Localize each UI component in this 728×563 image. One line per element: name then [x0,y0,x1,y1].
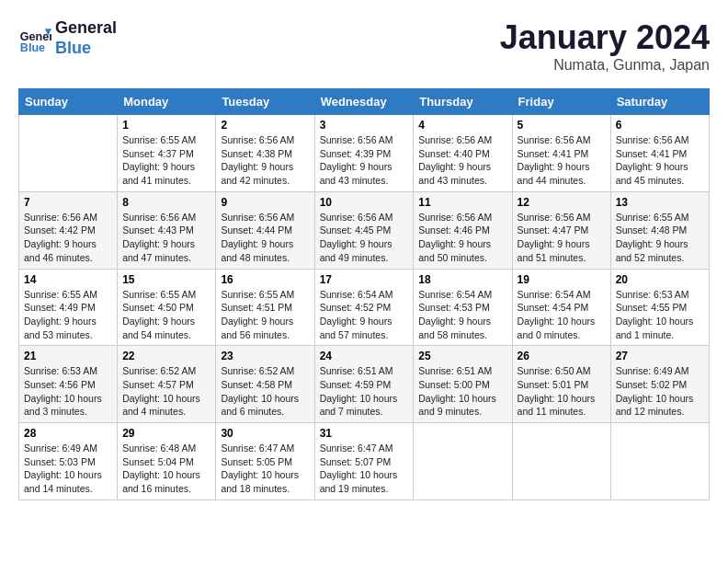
cell-content-line: Sunset: 4:53 PM [418,301,506,315]
calendar-cell [414,423,512,500]
cell-content-line: and 4 minutes. [122,405,210,419]
day-number: 30 [221,427,309,440]
day-number: 25 [418,350,506,362]
cell-content-line: and 0 minutes. [518,328,606,342]
calendar-week-row: 14Sunrise: 6:55 AMSunset: 4:49 PMDayligh… [19,269,710,346]
day-number: 13 [616,196,704,209]
day-number: 23 [221,350,309,362]
cell-content-line: Sunset: 4:59 PM [320,378,409,392]
calendar-cell: 29Sunrise: 6:48 AMSunset: 5:04 PMDayligh… [118,423,216,500]
cell-content-line: Sunset: 4:46 PM [418,224,506,237]
title-block: January 2024 Numata, Gunma, Japan [500,18,710,74]
day-header-monday: Monday [118,89,216,115]
calendar-cell: 24Sunrise: 6:51 AMSunset: 4:59 PMDayligh… [314,346,414,423]
day-number: 31 [320,427,409,440]
day-number: 29 [122,427,210,440]
cell-content-line: and 1 minute. [616,328,704,342]
cell-content-line: Sunset: 5:03 PM [24,455,112,469]
day-header-sunday: Sunday [19,89,118,115]
cell-content-line: Sunset: 4:38 PM [221,147,309,161]
calendar-cell: 30Sunrise: 6:47 AMSunset: 5:05 PMDayligh… [216,423,314,500]
cell-content-line: Daylight: 9 hours [616,160,704,174]
cell-content-line: Daylight: 9 hours [221,160,309,174]
calendar-cell: 25Sunrise: 6:51 AMSunset: 5:00 PMDayligh… [414,346,512,423]
cell-content-line: Sunrise: 6:54 AM [418,288,506,302]
cell-content-line: and 7 minutes. [320,405,409,419]
calendar-week-row: 1Sunrise: 6:55 AMSunset: 4:37 PMDaylight… [19,115,710,192]
day-number: 19 [518,273,606,286]
day-number: 28 [24,427,112,440]
calendar-cell: 21Sunrise: 6:53 AMSunset: 4:56 PMDayligh… [19,346,118,423]
calendar-cell: 19Sunrise: 6:54 AMSunset: 4:54 PMDayligh… [512,269,610,346]
cell-content-line: Sunset: 5:04 PM [122,455,210,469]
cell-content-line: Sunrise: 6:56 AM [616,133,704,147]
day-number: 8 [122,196,210,209]
cell-content-line: Sunrise: 6:56 AM [221,211,309,224]
cell-content-line: Daylight: 9 hours [616,237,704,251]
cell-content-line: Sunrise: 6:47 AM [320,442,409,455]
calendar-week-row: 7Sunrise: 6:56 AMSunset: 4:42 PMDaylight… [19,191,710,269]
cell-content-line: and 19 minutes. [320,482,409,496]
calendar-cell [512,423,610,500]
cell-content-line: Sunset: 4:37 PM [122,147,210,161]
calendar-cell: 16Sunrise: 6:55 AMSunset: 4:51 PMDayligh… [216,269,314,346]
cell-content-line: and 41 minutes. [122,174,210,188]
cell-content-line: Daylight: 9 hours [518,160,606,174]
calendar-cell: 2Sunrise: 6:56 AMSunset: 4:38 PMDaylight… [216,115,314,192]
cell-content-line: Daylight: 9 hours [24,237,112,251]
cell-content-line: Sunrise: 6:48 AM [122,442,210,455]
cell-content-line: and 42 minutes. [221,174,309,188]
cell-content-line: Sunset: 4:39 PM [320,147,409,161]
cell-content-line: Sunrise: 6:56 AM [418,133,506,147]
cell-content-line: Sunrise: 6:47 AM [221,442,309,455]
calendar-cell: 20Sunrise: 6:53 AMSunset: 4:55 PMDayligh… [610,269,709,346]
cell-content-line: Sunset: 5:07 PM [320,455,409,469]
day-number: 4 [418,119,506,132]
cell-content-line: Sunset: 4:41 PM [616,147,704,161]
cell-content-line: Sunrise: 6:50 AM [518,364,606,378]
calendar-cell: 10Sunrise: 6:56 AMSunset: 4:45 PMDayligh… [314,191,414,269]
cell-content-line: and 9 minutes. [418,405,506,419]
svg-text:Blue: Blue [20,41,45,54]
calendar-cell: 5Sunrise: 6:56 AMSunset: 4:41 PMDaylight… [512,115,610,192]
calendar-cell: 8Sunrise: 6:56 AMSunset: 4:43 PMDaylight… [118,191,216,269]
cell-content-line: Sunrise: 6:56 AM [320,211,409,224]
cell-content-line: Daylight: 10 hours [320,392,409,406]
cell-content-line: Sunrise: 6:56 AM [418,211,506,224]
cell-content-line: Daylight: 9 hours [418,315,506,328]
cell-content-line: Sunrise: 6:56 AM [24,211,112,224]
cell-content-line: Daylight: 10 hours [518,392,606,406]
cell-content-line: Sunset: 4:44 PM [221,224,309,237]
cell-content-line: and 12 minutes. [616,405,704,419]
day-number: 10 [320,196,409,209]
calendar-cell: 22Sunrise: 6:52 AMSunset: 4:57 PMDayligh… [118,346,216,423]
calendar-cell: 12Sunrise: 6:56 AMSunset: 4:47 PMDayligh… [512,191,610,269]
cell-content-line: and 14 minutes. [24,482,112,496]
cell-content-line: and 46 minutes. [24,251,112,265]
calendar-cell: 6Sunrise: 6:56 AMSunset: 4:41 PMDaylight… [610,115,709,192]
calendar-cell: 28Sunrise: 6:49 AMSunset: 5:03 PMDayligh… [19,423,118,500]
cell-content-line: Sunset: 4:57 PM [122,378,210,392]
cell-content-line: Daylight: 10 hours [221,392,309,406]
cell-content-line: Sunrise: 6:56 AM [518,211,606,224]
day-header-tuesday: Tuesday [216,89,314,115]
cell-content-line: Daylight: 10 hours [24,392,112,406]
cell-content-line: Sunrise: 6:55 AM [24,288,112,302]
calendar-cell: 27Sunrise: 6:49 AMSunset: 5:02 PMDayligh… [610,346,709,423]
cell-content-line: Daylight: 10 hours [616,315,704,328]
cell-content-line: Sunset: 4:56 PM [24,378,112,392]
cell-content-line: Sunrise: 6:53 AM [24,364,112,378]
cell-content-line: Sunset: 4:47 PM [518,224,606,237]
day-number: 15 [122,273,210,286]
calendar-cell: 26Sunrise: 6:50 AMSunset: 5:01 PMDayligh… [512,346,610,423]
calendar-cell: 3Sunrise: 6:56 AMSunset: 4:39 PMDaylight… [314,115,414,192]
day-number: 3 [320,119,409,132]
cell-content-line: Daylight: 10 hours [221,468,309,482]
cell-content-line: Sunset: 4:52 PM [320,301,409,315]
cell-content-line: Daylight: 9 hours [320,160,409,174]
cell-content-line: Sunrise: 6:51 AM [320,364,409,378]
day-number: 1 [122,119,210,132]
cell-content-line: and 48 minutes. [221,251,309,265]
calendar-cell: 14Sunrise: 6:55 AMSunset: 4:49 PMDayligh… [19,269,118,346]
calendar-cell: 17Sunrise: 6:54 AMSunset: 4:52 PMDayligh… [314,269,414,346]
